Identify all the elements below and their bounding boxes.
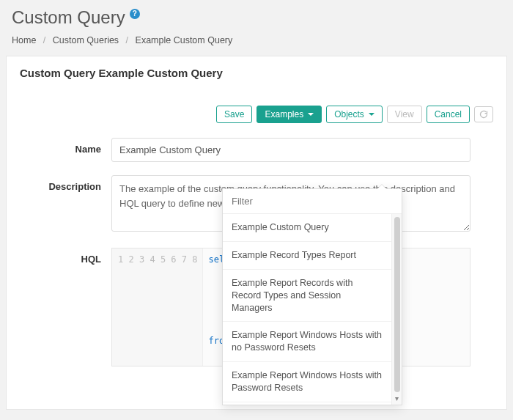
example-item[interactable]: Example Report Windows Hosts with Passwo… xyxy=(223,362,391,402)
refresh-icon xyxy=(479,110,488,119)
examples-filter-input[interactable] xyxy=(223,189,402,214)
hql-label: HQL xyxy=(20,248,111,265)
content-card: Custom Query Example Custom Query Save E… xyxy=(6,56,507,410)
save-button[interactable]: Save xyxy=(216,106,252,123)
view-button: View xyxy=(387,106,422,123)
examples-dropdown: Example Custom Query Example Record Type… xyxy=(222,188,402,405)
crumb-custom-queries[interactable]: Custom Queries xyxy=(53,35,119,45)
help-icon[interactable]: ? xyxy=(130,9,140,19)
refresh-button xyxy=(474,106,493,122)
example-item[interactable]: Example Report with Enabled Search xyxy=(223,402,391,405)
objects-button[interactable]: Objects xyxy=(326,106,383,123)
breadcrumb-sep: / xyxy=(126,35,128,45)
page-header: Custom Query ? Home / Custom Queries / E… xyxy=(0,0,513,45)
line-number-gutter: 1 2 3 4 5 6 7 8 xyxy=(112,248,203,366)
examples-button[interactable]: Examples xyxy=(256,106,322,123)
example-item[interactable]: Example Custom Query xyxy=(223,214,391,242)
page-title: Custom Query xyxy=(12,7,125,28)
example-item[interactable]: Example Report Records with Record Types… xyxy=(223,270,391,323)
examples-list: Example Custom Query Example Record Type… xyxy=(223,214,391,405)
objects-button-label: Objects xyxy=(334,109,364,119)
name-input[interactable] xyxy=(111,138,470,162)
chevron-down-icon xyxy=(369,113,374,116)
chevron-down-icon xyxy=(308,113,314,116)
name-label: Name xyxy=(20,138,111,155)
examples-button-label: Examples xyxy=(265,109,303,119)
breadcrumb: Home / Custom Queries / Example Custom Q… xyxy=(12,35,501,45)
example-item[interactable]: Example Record Types Report xyxy=(223,242,391,270)
toolbar: Save Examples Objects View Cancel xyxy=(20,106,493,123)
card-title: Custom Query Example Custom Query xyxy=(20,67,493,79)
chevron-down-icon[interactable]: ▾ xyxy=(395,392,399,405)
scrollbar[interactable]: ▾ xyxy=(391,214,402,405)
crumb-leaf: Example Custom Query xyxy=(136,35,233,45)
description-label: Description xyxy=(20,175,111,192)
cancel-button[interactable]: Cancel xyxy=(427,106,470,123)
example-item[interactable]: Example Report Windows Hosts with no Pas… xyxy=(223,322,391,362)
crumb-home[interactable]: Home xyxy=(12,35,36,45)
scrollbar-thumb[interactable] xyxy=(394,217,400,392)
breadcrumb-sep: / xyxy=(43,35,45,45)
